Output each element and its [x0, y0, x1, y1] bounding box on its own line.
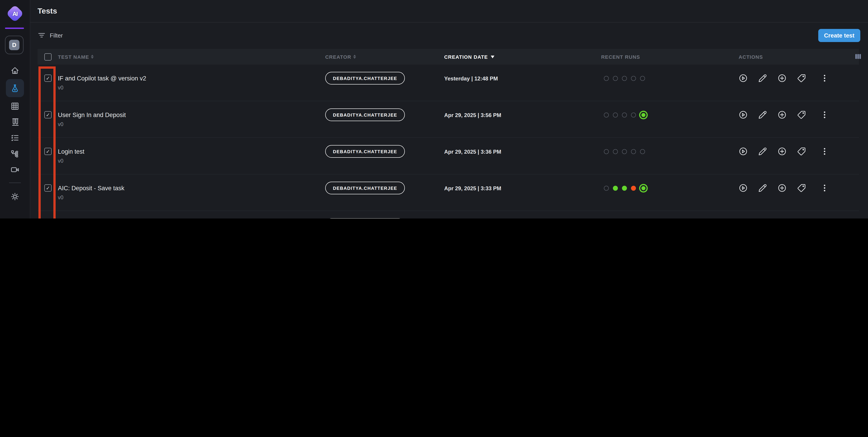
kebab-menu-icon[interactable] [820, 110, 829, 119]
column-header-test-name[interactable]: TEST NAME [58, 54, 325, 60]
column-header-creation-date[interactable]: CREATION DATE [444, 54, 601, 60]
edit-test-button[interactable] [758, 183, 767, 193]
tests-table: TEST NAME CREATOR CREATION DATE RECENT R… [37, 49, 859, 218]
run-status-dot-orange [631, 186, 636, 191]
sidebar: AI D [0, 0, 30, 218]
sort-desc-icon [491, 55, 494, 58]
sidebar-item-settings[interactable] [6, 189, 24, 204]
test-name[interactable]: AIC: Deposit - Save task [58, 185, 124, 192]
add-to-suite-row-button[interactable] [778, 147, 786, 156]
creator-badge: DEBADITYA.CHATTERJEE [325, 218, 405, 218]
run-status-dot-empty [640, 149, 645, 154]
test-version: v0 [58, 195, 63, 200]
table-row: Login test DEBADITYA.CHATTERJEE Apr 29, … [37, 138, 859, 174]
sidebar-item-runs-list[interactable] [6, 130, 24, 145]
sidebar-divider [5, 28, 24, 29]
tag-row-button[interactable] [797, 183, 806, 193]
select-all-checkbox[interactable] [44, 53, 52, 60]
test-name[interactable]: IF and Copilot task @ version v2 [58, 75, 146, 82]
run-test-button[interactable] [739, 74, 748, 83]
kebab-menu-icon[interactable] [820, 74, 829, 83]
recent-runs [604, 112, 739, 117]
run-status-dot-empty [640, 76, 645, 81]
test-name[interactable]: User Sign In and Deposit [58, 112, 126, 119]
sidebar-item-recordings[interactable] [6, 161, 24, 177]
sidebar-item-test-suites[interactable] [6, 114, 24, 130]
tag-row-button[interactable] [797, 74, 806, 83]
add-to-suite-row-button[interactable] [778, 110, 786, 119]
row-checkbox[interactable] [44, 74, 52, 82]
app-window: AI D [0, 0, 868, 218]
table-row: AIC: Deposit - Save task DEBADITYA.CHATT… [37, 174, 859, 211]
run-test-button[interactable] [739, 110, 748, 119]
run-status-dot-empty [631, 76, 636, 81]
sidebar-section-divider [9, 182, 21, 183]
creator-badge: DEBADITYA.CHATTERJEE [325, 108, 405, 121]
run-status-dot-empty [613, 149, 618, 154]
kebab-menu-icon[interactable] [820, 147, 829, 156]
sidebar-item-tests[interactable] [6, 79, 24, 97]
run-status-dot-empty [631, 112, 636, 117]
app-logo-icon: AI [6, 4, 24, 22]
edit-test-button[interactable] [758, 74, 767, 83]
table-header-row: TEST NAME CREATOR CREATION DATE RECENT R… [37, 49, 859, 65]
filter-label: Filter [50, 32, 63, 39]
creation-date: Apr 29, 2025 | 3:33 PM [444, 185, 501, 192]
sidebar-item-flows[interactable] [6, 145, 24, 161]
run-status-dot-empty [622, 149, 627, 154]
run-status-dot-latest-green [641, 186, 646, 190]
column-settings-icon[interactable] [855, 53, 862, 60]
row-checkbox[interactable] [44, 184, 52, 192]
test-version: v0 [58, 158, 63, 164]
creator-badge: DEBADITYA.CHATTERJEE [325, 182, 405, 194]
workspace-avatar: D [9, 40, 20, 50]
test-name[interactable]: Login test [58, 148, 84, 155]
flask-icon [10, 83, 20, 93]
kebab-menu-icon[interactable] [820, 183, 829, 193]
table-row: IF and Copilot task @ version v2 DEBADIT… [37, 65, 859, 101]
run-status-dot-green [613, 186, 618, 191]
test-version: v0 [58, 85, 63, 90]
row-actions [739, 147, 859, 156]
add-to-suite-row-button[interactable] [778, 74, 786, 83]
topbar: Tests [30, 0, 868, 23]
sort-arrows-icon [91, 55, 94, 59]
home-icon [10, 66, 20, 75]
run-test-button[interactable] [739, 183, 748, 193]
workspace-switcher[interactable]: D [5, 36, 24, 54]
run-status-dot-green [622, 186, 627, 191]
recent-runs [604, 149, 739, 154]
tag-row-button[interactable] [797, 110, 806, 119]
sidebar-item-data-tables[interactable] [6, 98, 24, 114]
column-header-creator[interactable]: CREATOR [325, 54, 444, 60]
sidebar-item-home[interactable] [6, 62, 24, 78]
run-status-dot-latest-green [641, 113, 646, 117]
tree-icon [10, 149, 20, 158]
row-checkbox[interactable] [44, 111, 52, 119]
run-status-dot-empty [604, 186, 609, 191]
run-test-button[interactable] [739, 147, 748, 156]
page-title: Tests [37, 6, 57, 15]
table-row: AI Task Save DEBADITYA.CHATTERJEE Apr 29… [37, 211, 859, 218]
create-test-button[interactable]: Create test [818, 29, 860, 42]
edit-test-button[interactable] [758, 147, 767, 156]
row-checkbox[interactable] [44, 148, 52, 155]
filter-button[interactable]: Filter [37, 29, 63, 41]
creation-date: Apr 29, 2025 | 3:36 PM [444, 149, 501, 155]
tag-row-button[interactable] [797, 147, 806, 156]
controls-row: Filter Create test [30, 22, 868, 49]
edit-test-button[interactable] [758, 110, 767, 119]
test-tubes-icon [10, 117, 20, 126]
recent-runs [604, 186, 739, 191]
video-icon [10, 165, 20, 174]
sidebar-nav [0, 62, 30, 204]
sort-arrows-icon [353, 55, 356, 59]
add-to-suite-row-button[interactable] [778, 183, 786, 193]
test-rows: IF and Copilot task @ version v2 DEBADIT… [37, 65, 859, 218]
gear-icon [10, 192, 20, 201]
row-actions [739, 74, 859, 83]
run-status-dot-empty [604, 149, 609, 154]
run-status-dot-empty [622, 76, 627, 81]
run-status-dot-empty [604, 76, 609, 81]
table-row: User Sign In and Deposit DEBADITYA.CHATT… [37, 101, 859, 138]
